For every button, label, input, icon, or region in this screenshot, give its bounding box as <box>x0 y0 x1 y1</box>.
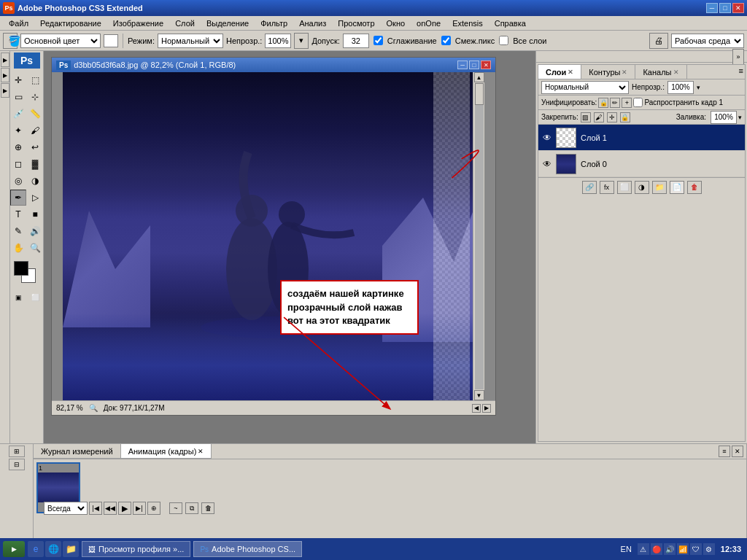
tolerance-input[interactable] <box>343 34 369 48</box>
canvas-nav-btn[interactable]: ◀ <box>472 404 481 413</box>
blend-mode-select[interactable]: Нормальный <box>158 34 223 48</box>
zoom-tool[interactable]: 🔍 <box>27 240 43 256</box>
lock-transparent-btn[interactable]: ▨ <box>581 112 591 122</box>
loop-select[interactable]: Всегда <box>44 502 88 515</box>
menu-image[interactable]: Изображение <box>107 18 169 29</box>
all-layers-checkbox[interactable] <box>499 36 508 45</box>
workspace-select[interactable]: Рабочая среда <box>671 34 744 48</box>
dodge-tool[interactable]: ◑ <box>27 173 43 189</box>
new-layer-btn[interactable]: 📄 <box>670 181 684 194</box>
lock-position-btn[interactable]: ✛ <box>607 112 617 122</box>
taskbar-app-2[interactable]: Ps Adobe Photoshop CS... <box>193 541 302 557</box>
tab-paths-close[interactable]: ✕ <box>622 69 627 76</box>
link-layers-btn[interactable]: 🔗 <box>582 181 597 194</box>
layer-blend-mode[interactable]: Нормальный <box>541 81 629 94</box>
history-brush-tool[interactable]: ↩ <box>27 139 43 155</box>
clone-stamp-tool[interactable]: ⊕ <box>10 139 26 155</box>
unify-btn-2[interactable]: ✏ <box>610 98 620 108</box>
tool-options-btn[interactable]: 🪣 <box>3 33 18 49</box>
color-mode-select[interactable]: Основной цвет <box>20 34 101 48</box>
lock-image-btn[interactable]: 🖌 <box>594 112 604 122</box>
menu-select[interactable]: Выделение <box>201 18 255 29</box>
tab-channels[interactable]: Каналы ✕ <box>635 65 686 79</box>
antialiasing-checkbox[interactable] <box>374 36 383 45</box>
eyedropper-tool[interactable]: 💉 <box>10 106 26 122</box>
opacity-stepper[interactable]: ▾ <box>294 33 309 49</box>
ie-icon[interactable]: e <box>28 541 44 557</box>
menu-window[interactable]: Окно <box>381 18 411 29</box>
fill-stepper[interactable]: ▾ <box>738 114 742 121</box>
path-select-tool[interactable]: ▷ <box>27 190 43 206</box>
workspace-icon-btn[interactable]: 🖨 <box>649 33 668 49</box>
play-btn[interactable]: ▶ <box>118 502 131 515</box>
opacity-input[interactable] <box>265 34 291 48</box>
measure-tool[interactable]: 📏 <box>27 106 43 122</box>
start-button[interactable]: ▶ <box>3 541 25 557</box>
close-button[interactable]: ✕ <box>732 3 744 13</box>
pen-tool[interactable]: ✒ <box>10 190 26 206</box>
adjustment-btn[interactable]: ◑ <box>635 181 649 194</box>
antivirus-icon[interactable]: 🛡 <box>690 543 702 555</box>
tab-paths[interactable]: Контуры ✕ <box>581 65 635 79</box>
distribute-check[interactable] <box>633 98 643 107</box>
duplicate-frame-btn[interactable]: ⧉ <box>185 502 198 514</box>
unify-btn-3[interactable]: + <box>622 98 632 108</box>
screen-mode-tool[interactable]: ⬜ <box>27 289 43 306</box>
panel-menu-btn[interactable]: ≡ <box>738 65 745 79</box>
tool-bottom-1[interactable]: ⊞ <box>9 446 25 457</box>
add-mask-btn[interactable]: ⬜ <box>617 181 632 194</box>
maximize-button[interactable]: □ <box>719 3 731 13</box>
tray-icon-5[interactable]: ⚙ <box>703 543 715 555</box>
scroll-up-btn[interactable]: ▲ <box>474 72 484 82</box>
left-btn-2[interactable]: ▶ <box>1 68 9 82</box>
notes-tool[interactable]: ✎ <box>10 223 26 239</box>
canvas-minimize-btn[interactable]: ─ <box>457 61 468 69</box>
next-frame-btn[interactable]: ▶| <box>133 502 146 515</box>
network-icon[interactable]: 📶 <box>677 543 689 555</box>
panel-close-btn[interactable]: ✕ <box>732 446 743 457</box>
eraser-tool[interactable]: ◻ <box>10 156 26 172</box>
menu-layer[interactable]: Слой <box>169 18 201 29</box>
audio-tool[interactable]: 🔊 <box>27 223 43 239</box>
hand-tool[interactable]: ✋ <box>10 240 26 256</box>
tween-btn[interactable]: ~ <box>169 502 182 514</box>
canvas-nav-btn-right[interactable]: ▶ <box>482 404 491 413</box>
tab-journal[interactable]: Журнал измерений <box>34 444 121 458</box>
fill-input[interactable] <box>711 111 737 124</box>
rewind-btn[interactable]: ◀◀ <box>104 502 117 515</box>
brush-tool[interactable]: 🖌 <box>27 122 43 139</box>
unify-btn-1[interactable]: 🔒 <box>598 98 608 108</box>
layer-1-visibility[interactable]: 👁 <box>541 132 553 144</box>
selection-tool[interactable]: ▭ <box>10 89 26 105</box>
menu-view[interactable]: Просмотр <box>332 18 380 29</box>
lock-all-btn[interactable]: 🔒 <box>620 112 630 122</box>
group-btn[interactable]: 📁 <box>652 181 667 194</box>
scroll-thumb[interactable] <box>475 83 484 105</box>
browser-icon[interactable]: 🌐 <box>45 541 61 557</box>
layer-0-visibility[interactable]: 👁 <box>541 158 553 170</box>
crop-tool[interactable]: ⊹ <box>27 89 43 105</box>
volume-icon[interactable]: 🔊 <box>664 543 676 555</box>
folder-icon[interactable]: 📁 <box>63 541 79 557</box>
contiguous-checkbox[interactable] <box>441 36 451 45</box>
tool-bottom-2[interactable]: ⊟ <box>9 459 25 470</box>
delete-layer-btn[interactable]: 🗑 <box>687 181 702 194</box>
canvas-maximize-btn[interactable]: □ <box>469 61 479 69</box>
prev-frame-btn[interactable]: |◀ <box>89 502 102 515</box>
quick-mask-tool[interactable]: ▣ <box>10 289 26 306</box>
menu-help[interactable]: Справка <box>489 18 532 29</box>
tab-channels-close[interactable]: ✕ <box>673 69 679 76</box>
left-btn-1[interactable]: ▶ <box>1 52 9 67</box>
text-tool[interactable]: T <box>10 206 26 222</box>
canvas-close-btn[interactable]: ✕ <box>481 61 491 69</box>
gradient-tool[interactable]: ▓ <box>27 156 43 172</box>
scroll-down-btn[interactable]: ▼ <box>474 390 484 400</box>
tab-layers[interactable]: Слои ✕ <box>538 65 581 79</box>
menu-file[interactable]: Файл <box>3 18 34 29</box>
opacity-stepper-layer[interactable]: ▾ <box>697 84 700 91</box>
spot-heal-tool[interactable]: ✦ <box>10 122 26 139</box>
delete-frame-btn[interactable]: 🗑 <box>201 502 214 514</box>
lasso-tool[interactable]: ⬚ <box>27 72 43 88</box>
panel-settings-btn[interactable]: ≡ <box>719 446 730 457</box>
menu-onone[interactable]: onOne <box>411 18 446 29</box>
